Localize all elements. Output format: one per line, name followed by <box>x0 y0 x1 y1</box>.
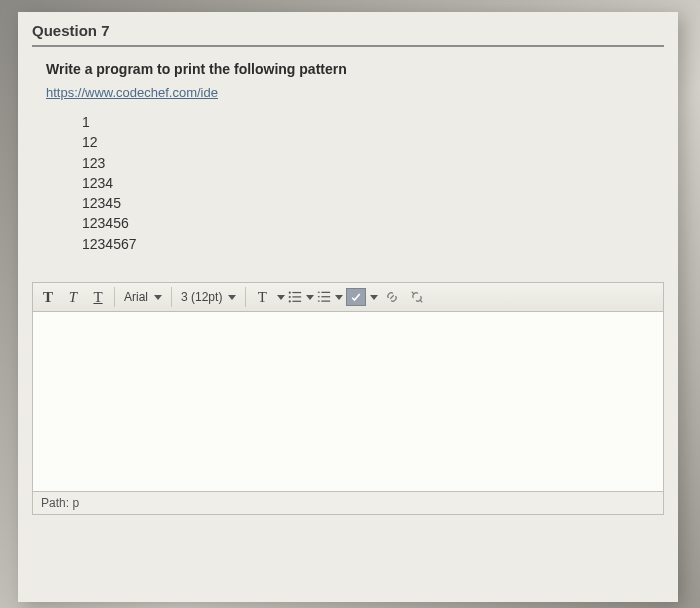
underline-button[interactable]: T <box>87 286 109 308</box>
svg-rect-5 <box>293 301 302 302</box>
chevron-down-icon <box>228 295 236 300</box>
bold-button[interactable]: T <box>37 286 59 308</box>
font-size-label: 3 (12pt) <box>181 290 222 304</box>
path-value: p <box>72 496 79 510</box>
spellcheck-icon <box>346 288 366 306</box>
ide-link[interactable]: https://www.codechef.com/ide <box>46 85 218 100</box>
text-color-button[interactable]: T <box>251 286 285 308</box>
pattern-line: 12 <box>82 132 664 152</box>
editor-path-bar: Path: p <box>32 492 664 515</box>
pattern-line: 1234 <box>82 173 664 193</box>
text-color-icon: T <box>251 286 273 308</box>
svg-point-2 <box>289 296 291 298</box>
svg-rect-1 <box>293 292 302 293</box>
font-family-label: Arial <box>124 290 148 304</box>
svg-point-4 <box>289 300 291 302</box>
question-header: Question 7 <box>32 18 664 47</box>
editor-toolbar: T T T Arial 3 (12pt) T <box>32 282 664 312</box>
svg-rect-10 <box>318 301 320 302</box>
pattern-line: 12345 <box>82 193 664 213</box>
svg-rect-7 <box>322 292 331 293</box>
question-page: Question 7 Write a program to print the … <box>18 12 678 602</box>
separator <box>114 287 115 307</box>
rich-text-editor: T T T Arial 3 (12pt) T <box>32 282 664 515</box>
spellcheck-button[interactable] <box>346 288 378 306</box>
chevron-down-icon <box>306 295 314 300</box>
bullet-list-icon <box>288 290 302 304</box>
pattern-line: 1 <box>82 112 664 132</box>
question-content: Write a program to print the following p… <box>32 61 664 254</box>
pattern-output: 1 12 123 1234 12345 123456 1234567 <box>46 112 664 254</box>
number-list-icon <box>317 290 331 304</box>
separator <box>245 287 246 307</box>
font-family-select[interactable]: Arial <box>120 286 166 308</box>
svg-point-0 <box>289 292 291 294</box>
editor-body[interactable] <box>32 312 664 492</box>
chevron-down-icon <box>154 295 162 300</box>
svg-rect-8 <box>318 296 320 297</box>
svg-rect-3 <box>293 296 302 297</box>
svg-rect-6 <box>318 292 320 293</box>
unlink-icon <box>410 290 424 304</box>
pattern-line: 123 <box>82 153 664 173</box>
pattern-line: 1234567 <box>82 234 664 254</box>
svg-rect-9 <box>322 296 331 297</box>
question-prompt: Write a program to print the following p… <box>46 61 664 77</box>
chevron-down-icon <box>335 295 343 300</box>
chevron-down-icon <box>277 295 285 300</box>
separator <box>171 287 172 307</box>
number-list-button[interactable] <box>317 290 343 304</box>
link-button[interactable] <box>381 286 403 308</box>
unlink-button[interactable] <box>406 286 428 308</box>
bullet-list-button[interactable] <box>288 290 314 304</box>
pattern-line: 123456 <box>82 213 664 233</box>
italic-button[interactable]: T <box>62 286 84 308</box>
path-label: Path: <box>41 496 69 510</box>
font-size-select[interactable]: 3 (12pt) <box>177 286 240 308</box>
svg-rect-11 <box>322 301 331 302</box>
chevron-down-icon <box>370 295 378 300</box>
link-icon <box>385 290 399 304</box>
